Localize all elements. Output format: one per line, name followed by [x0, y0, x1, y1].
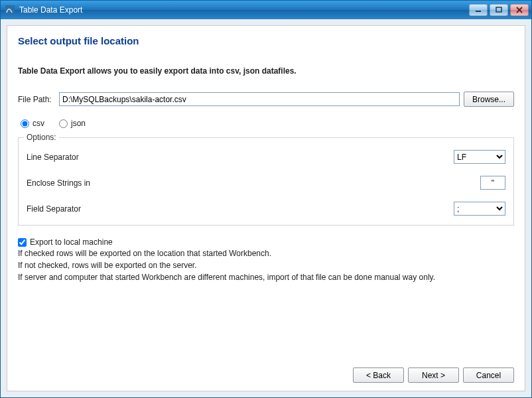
window-buttons — [469, 4, 529, 16]
footer-buttons: < Back Next > Cancel — [353, 367, 514, 383]
window-frame: Table Data Export Select output file loc… — [0, 0, 532, 398]
page-title: Select output file location — [18, 35, 514, 46]
format-json-label: json — [71, 119, 86, 128]
format-csv-input[interactable] — [21, 119, 29, 128]
app-icon — [5, 5, 15, 15]
enclose-input[interactable] — [480, 176, 505, 190]
options-group: Options: Line Separator LF Enclose Strin… — [18, 137, 514, 226]
export-local-label: Export to local machine — [30, 237, 113, 247]
line-separator-row: Line Separator LF — [27, 150, 505, 164]
export-local-note3: If server and computer that started Work… — [18, 272, 514, 283]
outer-pad: Select output file location Table Data E… — [1, 19, 531, 397]
format-json-radio[interactable]: json — [59, 119, 86, 128]
field-separator-row: Field Separator ; — [27, 202, 505, 216]
enclose-row: Enclose Strings in — [27, 176, 505, 190]
filepath-row: File Path: Browse... — [18, 92, 514, 107]
field-separator-select[interactable]: ; — [454, 202, 505, 216]
titlebar[interactable]: Table Data Export — [1, 1, 531, 19]
format-csv-label: csv — [33, 119, 44, 128]
format-json-input[interactable] — [59, 119, 68, 128]
filepath-input[interactable] — [59, 92, 460, 106]
line-separator-label: Line Separator — [27, 153, 159, 162]
minimize-button[interactable] — [469, 4, 488, 16]
back-button[interactable]: < Back — [353, 367, 404, 383]
next-button[interactable]: Next > — [408, 367, 459, 383]
export-local-note1: If checked rows will be exported on the … — [18, 248, 514, 259]
export-local-input[interactable] — [18, 238, 27, 247]
browse-button[interactable]: Browse... — [464, 92, 514, 107]
export-local-note2: If not checked, rows will be exported on… — [18, 260, 514, 271]
window-title: Table Data Export — [19, 5, 469, 15]
options-legend: Options: — [24, 133, 59, 142]
field-separator-label: Field Separator — [27, 204, 159, 214]
export-local-checkbox[interactable]: Export to local machine — [18, 237, 514, 247]
close-button[interactable] — [510, 4, 529, 16]
format-radios: csv json — [21, 119, 514, 128]
intro-text: Table Data Export allows you to easily e… — [18, 66, 514, 76]
cancel-button[interactable]: Cancel — [463, 367, 514, 383]
content-area: Select output file location Table Data E… — [7, 25, 525, 391]
enclose-label: Enclose Strings in — [27, 178, 159, 188]
filepath-label: File Path: — [18, 95, 55, 104]
format-csv-radio[interactable]: csv — [21, 119, 44, 128]
line-separator-select[interactable]: LF — [454, 150, 505, 164]
svg-rect-2 — [496, 7, 501, 12]
maximize-button[interactable] — [490, 4, 508, 16]
